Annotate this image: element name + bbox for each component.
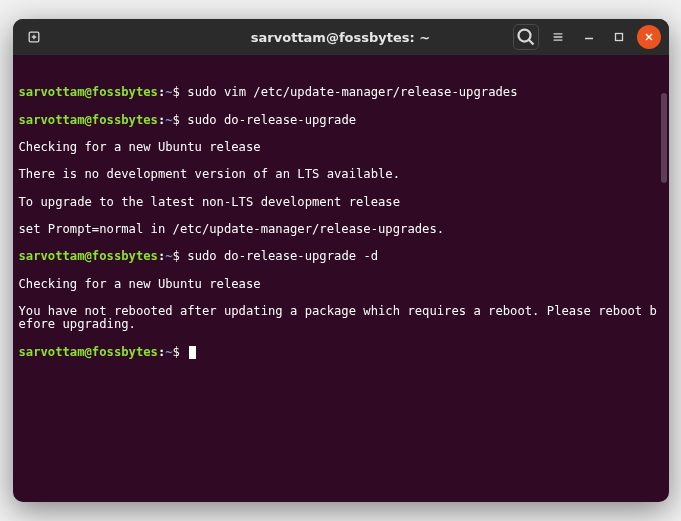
search-button[interactable] (513, 24, 539, 50)
terminal-command: sudo vim /etc/update-manager/release-upg… (187, 85, 517, 99)
prompt-user: sarvottam@fossbytes (19, 113, 158, 127)
minimize-button[interactable] (577, 25, 601, 49)
prompt-dollar: $ (173, 345, 180, 359)
terminal-output: Checking for a new Ubuntu release (19, 278, 663, 292)
prompt-dollar: $ (173, 113, 180, 127)
prompt-dollar: $ (173, 249, 180, 263)
prompt-path: ~ (165, 249, 172, 263)
prompt-user: sarvottam@fossbytes (19, 249, 158, 263)
prompt-path: ~ (165, 113, 172, 127)
terminal-output: set Prompt=normal in /etc/update-manager… (19, 223, 663, 237)
new-tab-button[interactable] (21, 24, 47, 50)
svg-rect-9 (615, 34, 622, 41)
terminal-output: You have not rebooted after updating a p… (19, 305, 663, 332)
close-button[interactable] (637, 25, 661, 49)
prompt-user: sarvottam@fossbytes (19, 85, 158, 99)
cursor (189, 346, 196, 359)
terminal-window: sarvottam@fossbytes: ~ (13, 19, 669, 502)
prompt-path: ~ (165, 85, 172, 99)
terminal-output: To upgrade to the latest non-LTS develop… (19, 196, 663, 210)
svg-line-4 (529, 40, 534, 45)
terminal-output: Checking for a new Ubuntu release (19, 141, 663, 155)
terminal-command: sudo do-release-upgrade (187, 113, 356, 127)
titlebar: sarvottam@fossbytes: ~ (13, 19, 669, 55)
titlebar-right (513, 24, 661, 50)
svg-point-3 (518, 30, 530, 42)
prompt-user: sarvottam@fossbytes (19, 345, 158, 359)
hamburger-menu-button[interactable] (545, 24, 571, 50)
titlebar-left (21, 24, 47, 50)
maximize-button[interactable] (607, 25, 631, 49)
terminal-command: sudo do-release-upgrade -d (187, 249, 378, 263)
terminal-body[interactable]: sarvottam@fossbytes:~$ sudo vim /etc/upd… (13, 55, 669, 502)
scrollbar[interactable] (661, 93, 667, 183)
terminal-output: There is no development version of an LT… (19, 168, 663, 182)
window-title: sarvottam@fossbytes: ~ (251, 30, 430, 45)
prompt-dollar: $ (173, 85, 180, 99)
prompt-path: ~ (165, 345, 172, 359)
